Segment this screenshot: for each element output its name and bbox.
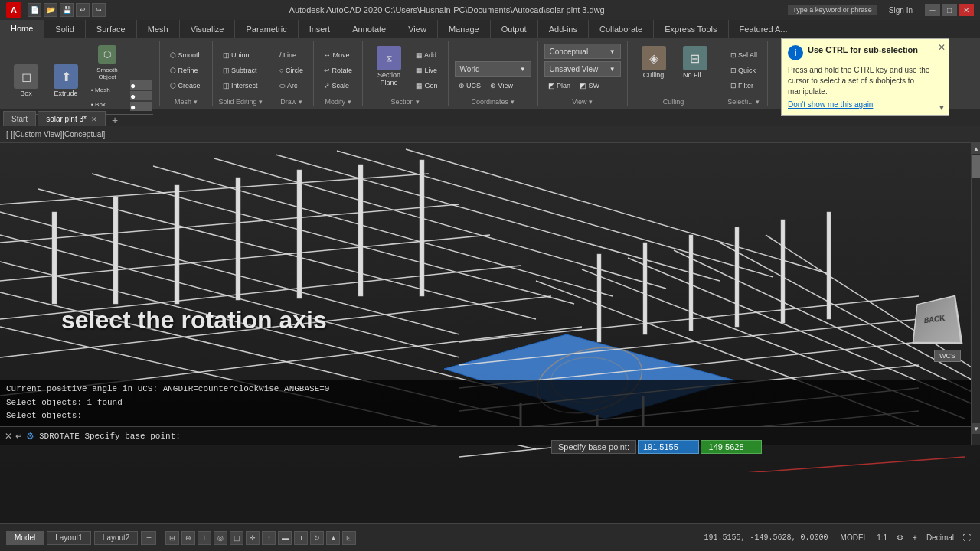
cmd-confirm-icon[interactable]: ↵ [15, 431, 23, 442]
section-btn-2[interactable]: ▦ Live [412, 64, 442, 77]
tab-output[interactable]: Output [491, 20, 538, 38]
wcs-label[interactable]: WCS [934, 350, 961, 362]
view-btn-2[interactable]: ◩ SW [576, 79, 603, 93]
tab-express[interactable]: Express Tools [654, 20, 728, 38]
open-btn[interactable]: 📂 [44, 3, 57, 17]
3dosnap-toggle[interactable]: ▲ [326, 531, 340, 545]
tab-manage[interactable]: Manage [438, 20, 491, 38]
tooltip-link[interactable]: Don't show me this again [788, 100, 942, 109]
view-btn-1[interactable]: ◩ Plan [544, 79, 575, 93]
fullscreen-btn[interactable]: ⛶ [960, 533, 974, 542]
navcube[interactable]: BACK [911, 296, 957, 342]
mesh-btn-3[interactable]: ⬡ Crease [166, 79, 206, 93]
section-btn-1[interactable]: ▦ Add [412, 48, 442, 62]
mesh-btn-2[interactable]: ⬡ Refine [166, 64, 206, 77]
tab-layout2[interactable]: Layout2 [94, 531, 139, 545]
conceptual-dropdown[interactable]: Conceptual ▼ [544, 44, 621, 59]
grid-toggle[interactable]: ⊞ [165, 531, 179, 545]
tab-visualize[interactable]: Visualize [180, 20, 236, 38]
modify-btn-2[interactable]: ↩ Rotate [320, 64, 356, 77]
select-btn-2[interactable]: ⊡ Quick [727, 64, 762, 77]
otrack-toggle[interactable]: ✛ [246, 531, 260, 545]
minimize-btn[interactable]: ─ [925, 4, 940, 16]
extrude-button[interactable]: ⬆ Extrude [47, 60, 84, 111]
tab-collaborate[interactable]: Collaborate [589, 20, 654, 38]
tab-insert[interactable]: Insert [299, 20, 342, 38]
section-plane-button[interactable]: ⧖ SectionPlane [369, 42, 409, 93]
dyn-toggle[interactable]: ↕ [262, 531, 276, 545]
tab-start[interactable]: Start [3, 111, 36, 126]
lw-toggle[interactable]: ▬ [278, 531, 292, 545]
osnap-toggle[interactable]: ◫ [230, 531, 243, 545]
dyn-ucs-toggle[interactable]: ⊡ [342, 531, 356, 545]
close-btn[interactable]: ✕ [959, 4, 974, 16]
undo-btn[interactable]: ↩ [76, 3, 90, 17]
select-btn-1[interactable]: ⊡ Sel All [727, 48, 762, 62]
draw-btn-1[interactable]: / Line [276, 48, 307, 62]
coord-btn-1[interactable]: ⊕ UCS [455, 79, 485, 93]
plus-btn[interactable]: + [910, 533, 920, 542]
box-button[interactable]: ◻ Box [8, 60, 44, 111]
scroll-down[interactable]: ▼ [972, 423, 980, 434]
modify-btn-1[interactable]: ↔ Move [320, 48, 356, 62]
right-scrollbar[interactable]: ▲ ▼ [971, 143, 980, 445]
decimal-label[interactable]: Decimal [923, 533, 957, 542]
smooth-object-button[interactable]: ⬡ [87, 41, 127, 66]
coord-x-input[interactable]: 191.5155 [638, 440, 699, 454]
tab-featured[interactable]: Featured A... [729, 20, 799, 38]
coord-y-input[interactable]: -149.5628 [701, 440, 762, 454]
ortho-toggle[interactable]: ⊥ [198, 531, 211, 545]
tab-annotate[interactable]: Annotate [341, 20, 397, 38]
maximize-btn[interactable]: □ [942, 4, 957, 16]
tab-solid[interactable]: Solid [44, 20, 85, 38]
tp-toggle[interactable]: T [294, 531, 308, 545]
tab-layout1[interactable]: Layout1 [47, 531, 91, 545]
snap-toggle[interactable]: ⊕ [181, 531, 195, 545]
small-btn-1[interactable]: ▪ Mesh [87, 83, 127, 96]
tab-add-button[interactable]: + [107, 114, 122, 126]
navcube-face[interactable]: BACK [913, 295, 963, 344]
settings-btn[interactable]: ⚙ [893, 533, 906, 542]
solid-btn-2[interactable]: ◫ Subtract [219, 64, 262, 77]
coord-btn-2[interactable]: ⊕ View [486, 79, 517, 93]
new-btn[interactable]: 📄 [28, 3, 41, 17]
save-btn[interactable]: 💾 [60, 3, 74, 17]
select-btn-3[interactable]: ⊡ Filter [727, 79, 762, 93]
small-btn-2[interactable]: ▪ Box... [87, 97, 127, 111]
scroll-up[interactable]: ▲ [972, 143, 980, 154]
tab-surface[interactable]: Surface [86, 20, 137, 38]
draw-btn-3[interactable]: ⬭ Arc [276, 79, 307, 93]
cmd-cancel-icon[interactable]: ✕ [5, 431, 12, 442]
draw-btn-2[interactable]: ○ Circle [276, 64, 307, 77]
tab-addins[interactable]: Add-ins [538, 20, 589, 38]
polar-toggle[interactable]: ◎ [214, 531, 227, 545]
scale-label[interactable]: 1:1 [874, 533, 890, 542]
tab-close-icon[interactable]: ✕ [91, 116, 97, 123]
mesh-btn-1[interactable]: ⬡ Smooth [166, 48, 206, 62]
culling-button[interactable]: ◈ Culling [634, 42, 674, 93]
solid-btn-3[interactable]: ◫ Intersect [219, 79, 262, 93]
solid-btn-1[interactable]: ◫ Union [219, 48, 262, 62]
scroll-thumb[interactable] [972, 155, 980, 178]
no-filter-button[interactable]: ⊟ No Fil... [677, 42, 714, 93]
tab-solar-plant[interactable]: solar plnt 3* ✕ [38, 111, 106, 126]
redo-btn[interactable]: ↪ [92, 3, 106, 17]
cmd-gear-icon[interactable]: ⚙ [26, 431, 34, 442]
tab-home[interactable]: Home [0, 20, 44, 38]
tooltip-expand-icon[interactable]: ▼ [938, 103, 946, 112]
unsaved-view-dropdown[interactable]: Unsaved View ▼ [544, 61, 621, 77]
tooltip-close-btn[interactable]: ✕ [938, 42, 946, 53]
sel-cycle[interactable]: ↻ [310, 531, 324, 545]
section-btn-3[interactable]: ▦ Gen [412, 79, 442, 93]
tab-mesh[interactable]: Mesh [137, 20, 180, 38]
sign-in-btn[interactable]: Sign In [889, 6, 913, 15]
add-layout-btn[interactable]: + [141, 531, 156, 545]
command-prompt[interactable]: 3DROTATE Specify base point: [39, 432, 980, 441]
modify-btn-3[interactable]: ⤢ Scale [320, 79, 356, 93]
viewport[interactable]: X Y Z select the rotation axis Specify b… [0, 143, 980, 472]
search-box[interactable]: Type a keyword or phrase [788, 5, 877, 15]
tab-view[interactable]: View [397, 20, 438, 38]
tab-parametric[interactable]: Parametric [235, 20, 298, 38]
world-dropdown[interactable]: World ▼ [455, 61, 531, 77]
tab-model[interactable]: Model [6, 531, 44, 545]
